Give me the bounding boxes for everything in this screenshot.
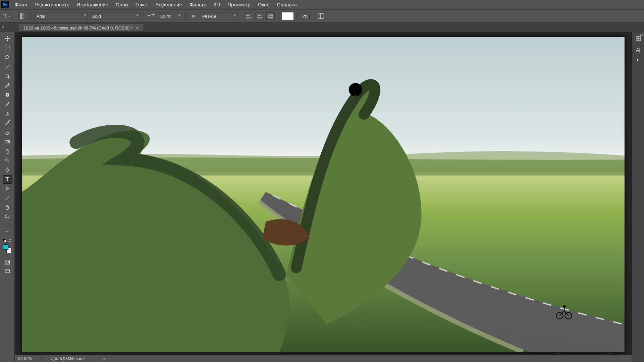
status-flyout-icon[interactable]: ▸ (104, 356, 106, 361)
swap-colors-icon (8, 238, 12, 242)
menu-layer[interactable]: Слои (112, 0, 131, 9)
separator (31, 11, 31, 21)
separator (144, 11, 144, 21)
eraser-tool[interactable] (3, 128, 12, 137)
clone-stamp-tool[interactable] (3, 109, 12, 118)
menubar: Ps Файл Редактировать Изображение Слои Т… (0, 0, 644, 9)
blur-tool[interactable] (3, 147, 12, 156)
eyedropper-tool[interactable] (3, 81, 12, 90)
menu-file[interactable]: Файл (11, 0, 31, 9)
menu-3d[interactable]: 3D (210, 0, 223, 9)
svg-point-8 (5, 215, 8, 218)
tools-toolbar: T ⋯ (0, 32, 15, 362)
crop-tool[interactable] (3, 72, 12, 80)
hand-tool[interactable] (3, 203, 12, 212)
svg-point-17 (563, 305, 566, 308)
font-family-value: Arial (37, 14, 45, 19)
chevron-down-icon: ▾ (8, 14, 10, 18)
menu-image[interactable]: Изображение (73, 0, 112, 9)
lasso-tool[interactable] (3, 53, 12, 62)
healing-brush-tool[interactable] (3, 90, 12, 99)
separator (278, 11, 278, 21)
canvas-area: 66,67% Док: 5,93M/0 байт ▸ (15, 32, 632, 362)
doc-info[interactable]: Док: 5,93M/0 байт (51, 356, 84, 361)
work-area: T ⋯ (0, 32, 644, 362)
menu-edit[interactable]: Редактировать (31, 0, 73, 9)
svg-rect-11 (5, 260, 9, 264)
magic-wand-tool[interactable] (3, 62, 12, 71)
menu-select[interactable]: Выделение (152, 0, 185, 9)
collapse-chevron-icon[interactable]: » (2, 25, 4, 29)
svg-point-14 (349, 83, 362, 96)
svg-rect-4 (5, 46, 9, 50)
svg-text:T: T (304, 14, 307, 19)
font-size-icon: TT (147, 12, 156, 20)
tool-preset-picker[interactable]: T ▾ (2, 12, 11, 20)
font-weight-dropdown[interactable]: Bold (90, 12, 140, 20)
separator (313, 11, 313, 21)
menu-help[interactable]: Справка (274, 0, 300, 9)
separator (297, 11, 298, 21)
move-tool[interactable] (3, 34, 12, 43)
foreground-color-swatch[interactable] (3, 244, 8, 250)
toggle-orientation-button[interactable] (18, 12, 27, 20)
marquee-tool[interactable] (3, 44, 12, 52)
svg-rect-13 (5, 270, 9, 273)
document-tab[interactable]: 1920 на 1080 обложка.psd @ 66,7% (Слой 0… (19, 24, 143, 32)
edit-toolbar-button[interactable]: ⋯ (3, 227, 12, 236)
separator (3, 224, 12, 224)
pen-tool[interactable] (3, 166, 12, 174)
antialias-icon: aa (189, 12, 198, 20)
paragraph-panel-icon[interactable]: ¶ (635, 58, 642, 65)
svg-text:T: T (151, 13, 155, 20)
history-brush-tool[interactable] (3, 119, 12, 127)
separator (15, 11, 15, 21)
zoom-tool[interactable] (3, 213, 12, 221)
document-tab-strip: » 1920 на 1080 обложка.psd @ 66,7% (Слой… (0, 23, 644, 32)
type-tool[interactable]: T (3, 175, 12, 184)
close-tab-icon[interactable]: × (136, 25, 139, 31)
zoom-level[interactable]: 66,67% (18, 356, 32, 361)
svg-text:T: T (148, 14, 150, 19)
warp-text-button[interactable]: T (301, 12, 310, 20)
svg-rect-20 (636, 39, 638, 41)
font-size-dropdown[interactable]: 60 пт (158, 12, 182, 20)
status-bar: 66,67% Док: 5,93M/0 байт ▸ (15, 355, 632, 362)
svg-rect-3 (318, 14, 324, 18)
quick-mask-button[interactable] (3, 258, 12, 266)
screen-mode-button[interactable] (3, 267, 12, 276)
brush-tool[interactable] (3, 100, 12, 109)
color-swatches[interactable] (3, 244, 12, 253)
type-tool-icon: T (3, 13, 7, 20)
svg-point-12 (6, 261, 8, 263)
align-left-button[interactable] (245, 12, 253, 20)
gradient-tool[interactable] (3, 137, 12, 146)
font-size-value: 60 пт (160, 14, 171, 19)
menu-type[interactable]: Текст (132, 0, 152, 9)
toggle-panels-button[interactable] (317, 12, 325, 20)
font-family-dropdown[interactable]: Arial (34, 12, 88, 20)
swap-default-colors[interactable] (3, 238, 12, 242)
line-tool[interactable] (3, 194, 12, 202)
align-center-button[interactable] (255, 12, 264, 20)
document-canvas[interactable] (22, 37, 625, 352)
menu-filter[interactable]: Фильтр (186, 0, 210, 9)
document-tab-title: 1920 на 1080 обложка.psd @ 66,7% (Слой 0… (23, 25, 132, 31)
path-select-tool[interactable] (3, 184, 12, 193)
dodge-tool[interactable] (3, 156, 12, 165)
menu-view[interactable]: Просмотр (224, 0, 254, 9)
default-colors-icon (3, 238, 7, 242)
character-panel-icon[interactable]: A| (635, 46, 642, 54)
svg-rect-19 (638, 37, 640, 38)
font-weight-value: Bold (92, 14, 101, 19)
separator (41, 356, 42, 361)
svg-rect-10 (4, 240, 6, 242)
text-color-swatch[interactable] (282, 12, 294, 20)
expand-dock-icon[interactable]: ◂◂ (639, 33, 643, 37)
menu-window[interactable]: Окно (255, 0, 273, 9)
right-panel-dock: ◂◂ A| ¶ (632, 32, 644, 362)
align-right-button[interactable] (266, 12, 275, 20)
antialias-dropdown[interactable]: Резкое (200, 12, 237, 20)
separator (185, 11, 186, 21)
app-logo-icon: Ps (1, 1, 9, 8)
